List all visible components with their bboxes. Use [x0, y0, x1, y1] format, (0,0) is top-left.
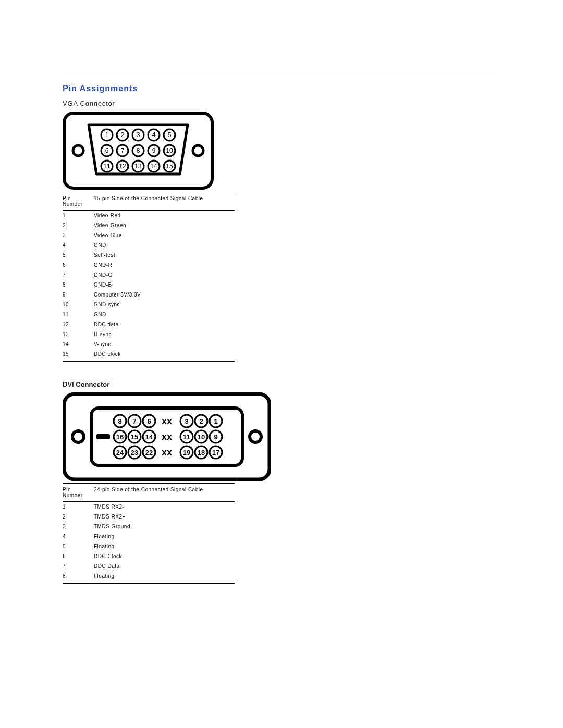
pin-desc: DDC clock	[94, 349, 235, 362]
table-header-desc: 15-pin Side of the Connected Signal Cabl…	[94, 192, 235, 211]
pin-desc: Video-Green	[94, 220, 235, 230]
svg-text:9: 9	[152, 147, 156, 154]
pin-number: 10	[63, 300, 94, 310]
svg-text:15: 15	[131, 433, 138, 441]
table-header-desc: 24-pin Side of the Connected Signal Cabl…	[94, 484, 235, 502]
table-row: 4GND	[63, 240, 235, 250]
pin-number: 5	[63, 250, 94, 260]
svg-text:18: 18	[198, 449, 205, 456]
pin-number: 6	[63, 551, 94, 561]
pin-number: 7	[63, 270, 94, 280]
dvi-subtitle: DVI Connector	[63, 380, 500, 388]
pin-desc: TMDS RX2+	[94, 512, 235, 522]
pin-desc: Self-test	[94, 250, 235, 260]
svg-text:2: 2	[121, 131, 125, 139]
table-row: 9Computer 5V/3.3V	[63, 290, 235, 300]
svg-text:xx: xx	[162, 447, 172, 458]
svg-text:4: 4	[152, 131, 156, 139]
svg-text:11: 11	[103, 163, 111, 170]
svg-text:22: 22	[145, 449, 153, 456]
pin-desc: Floating	[94, 532, 235, 541]
vga-connector-diagram: 1 2 3 4 5 6 7 8 9 10 11 12 13 14 15	[63, 112, 214, 190]
table-row: 7GND-G	[63, 270, 235, 280]
svg-text:15: 15	[166, 163, 173, 170]
pin-number: 2	[63, 512, 94, 522]
pin-number: 4	[63, 240, 94, 250]
svg-text:xx: xx	[162, 416, 172, 426]
pin-desc: GND	[94, 310, 235, 319]
svg-text:11: 11	[183, 433, 190, 441]
table-row: 3TMDS Ground	[63, 522, 235, 532]
table-row: 2Video-Green	[63, 220, 235, 230]
dvi-pin-table: Pin Number 24-pin Side of the Connected …	[63, 483, 235, 584]
pin-number: 1	[63, 211, 94, 221]
svg-text:23: 23	[131, 449, 138, 456]
pin-number: 7	[63, 561, 94, 571]
pin-desc: Video-Blue	[94, 230, 235, 240]
pin-desc: Floating	[94, 541, 235, 551]
pin-number: 8	[63, 571, 94, 584]
svg-text:8: 8	[118, 417, 121, 425]
pin-desc: V-sync	[94, 339, 235, 349]
pin-desc: GND-B	[94, 280, 235, 290]
pin-desc: GND-sync	[94, 300, 235, 310]
table-row: 5Self-test	[63, 250, 235, 260]
pin-desc: TMDS Ground	[94, 522, 235, 532]
svg-text:2: 2	[199, 417, 203, 425]
svg-text:3: 3	[185, 417, 188, 425]
svg-text:10: 10	[198, 433, 205, 441]
pin-number: 6	[63, 260, 94, 270]
pin-number: 1	[63, 502, 94, 512]
table-row: 4Floating	[63, 532, 235, 541]
vga-subtitle: VGA Connector	[63, 100, 500, 107]
vga-pin-table: Pin Number 15-pin Side of the Connected …	[63, 192, 235, 362]
pin-number: 8	[63, 280, 94, 290]
pin-number: 5	[63, 541, 94, 551]
svg-text:14: 14	[150, 163, 157, 170]
table-row: 11GND	[63, 310, 235, 319]
svg-rect-38	[96, 434, 110, 439]
table-header-pin: Pin Number	[63, 192, 94, 211]
dvi-connector-diagram: 8 7 6 xx 3 2 1 16 15 14 xx 11 10 9 24 23…	[63, 392, 271, 481]
table-row: 2TMDS RX2+	[63, 512, 235, 522]
table-row: 8Floating	[63, 571, 235, 584]
table-row: 12DDC data	[63, 319, 235, 329]
svg-text:5: 5	[168, 131, 172, 139]
table-row: 10GND-sync	[63, 300, 235, 310]
pin-desc: GND-G	[94, 270, 235, 280]
svg-text:16: 16	[116, 433, 124, 441]
svg-text:8: 8	[137, 147, 140, 154]
pin-desc: Floating	[94, 571, 235, 584]
svg-text:7: 7	[132, 417, 136, 425]
table-row: 6DDC Clock	[63, 551, 235, 561]
table-row: 13H-sync	[63, 329, 235, 339]
pin-number: 3	[63, 230, 94, 240]
svg-text:24: 24	[116, 449, 124, 456]
svg-text:3: 3	[137, 131, 140, 139]
svg-text:12: 12	[119, 163, 126, 170]
svg-text:19: 19	[183, 449, 190, 456]
section-title: Pin Assignments	[63, 84, 500, 93]
svg-text:13: 13	[134, 163, 142, 170]
table-row: 5Floating	[63, 541, 235, 551]
table-row: 1Video-Red	[63, 211, 235, 221]
svg-text:14: 14	[145, 433, 153, 441]
pin-desc: DDC Clock	[94, 551, 235, 561]
pin-desc: H-sync	[94, 329, 235, 339]
pin-number: 9	[63, 290, 94, 300]
divider	[63, 73, 500, 73]
pin-number: 14	[63, 339, 94, 349]
pin-desc: GND-R	[94, 260, 235, 270]
svg-text:6: 6	[105, 147, 109, 154]
table-row: 6GND-R	[63, 260, 235, 270]
pin-number: 15	[63, 349, 94, 362]
pin-desc: Video-Red	[94, 211, 235, 221]
svg-text:9: 9	[214, 433, 217, 441]
svg-text:1: 1	[214, 417, 217, 425]
svg-text:7: 7	[121, 147, 125, 154]
pin-desc: GND	[94, 240, 235, 250]
svg-text:17: 17	[212, 449, 219, 456]
table-row: 15DDC clock	[63, 349, 235, 362]
svg-text:10: 10	[166, 147, 173, 154]
svg-text:xx: xx	[162, 431, 172, 442]
